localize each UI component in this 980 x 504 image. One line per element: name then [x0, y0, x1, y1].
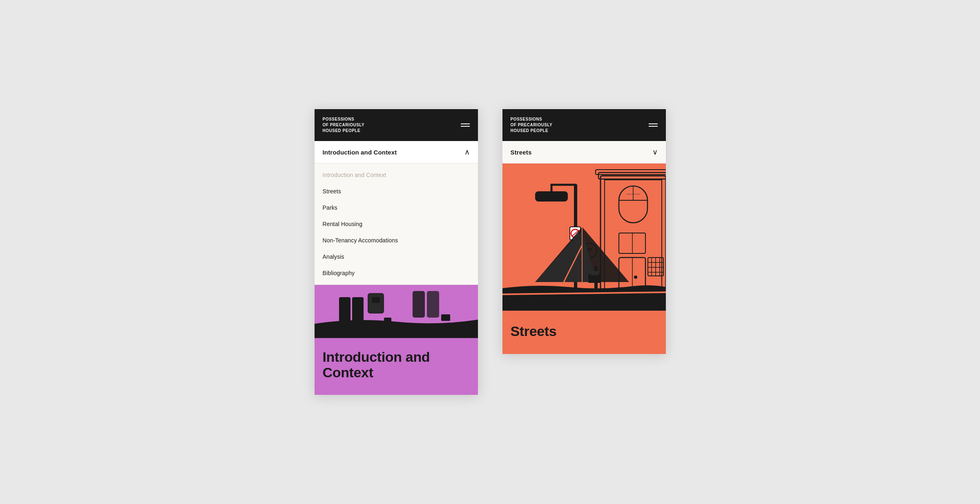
svg-rect-7	[427, 291, 439, 318]
right-section-title: Streets	[511, 324, 658, 339]
left-section-title: Introduction andContext	[323, 349, 470, 380]
phone-right: POSSESSIONS OF PRECARIOUSLY HOUSED PEOPL…	[502, 109, 666, 354]
svg-rect-1	[339, 297, 350, 322]
left-nav-active-label: Introduction and Context	[323, 149, 397, 156]
nav-item-rental-housing[interactable]: Rental Housing	[315, 216, 478, 232]
svg-rect-2	[352, 297, 364, 322]
left-illustration-svg	[315, 285, 478, 338]
left-hamburger-menu[interactable]	[461, 123, 470, 127]
left-nav-dropdown: Introduction and Context ∧ Introduction …	[315, 141, 478, 285]
right-nav-header-row[interactable]: Streets ∨	[502, 141, 666, 164]
right-text-section: Streets	[502, 312, 666, 354]
left-app-title: POSSESSIONS OF PRECARIOUSLY HOUSED PEOPL…	[323, 116, 365, 134]
left-text-section: Introduction andContext	[315, 338, 478, 395]
nav-item-bibliography[interactable]: Bibliography	[315, 265, 478, 281]
nav-item-intro-context-sub[interactable]: Introduction and Context	[315, 167, 478, 183]
svg-rect-27	[535, 191, 568, 202]
left-nav-header-row[interactable]: Introduction and Context ∧	[315, 141, 478, 164]
right-phone-header: POSSESSIONS OF PRECARIOUSLY HOUSED PEOPL…	[502, 109, 666, 141]
nav-item-non-tenancy[interactable]: Non-Tenancy Accomodations	[315, 232, 478, 249]
left-phone-header: POSSESSIONS OF PRECARIOUSLY HOUSED PEOPL…	[315, 109, 478, 141]
svg-rect-6	[413, 291, 425, 318]
nav-item-parks[interactable]: Parks	[315, 199, 478, 216]
left-nav-items: Introduction and Context Streets Parks R…	[315, 164, 478, 284]
right-chevron-down-icon: ∨	[652, 148, 658, 156]
right-app-title: POSSESSIONS OF PRECARIOUSLY HOUSED PEOPL…	[511, 116, 553, 134]
left-chevron-up-icon: ∧	[464, 148, 470, 156]
phones-container: POSSESSIONS OF PRECARIOUSLY HOUSED PEOPL…	[315, 109, 666, 395]
right-nav-active-label: Streets	[511, 149, 532, 156]
right-illustration: P	[502, 164, 666, 312]
svg-rect-9	[441, 314, 450, 321]
left-illustration	[315, 285, 478, 338]
svg-rect-4	[368, 294, 383, 313]
right-illustration-svg: P	[502, 164, 666, 311]
phone-left: POSSESSIONS OF PRECARIOUSLY HOUSED PEOPL…	[315, 109, 478, 395]
svg-rect-38	[588, 274, 601, 283]
right-hamburger-menu[interactable]	[649, 123, 658, 127]
svg-rect-39	[590, 271, 598, 275]
nav-item-analysis[interactable]: Analysis	[315, 249, 478, 265]
nav-item-streets[interactable]: Streets	[315, 183, 478, 199]
svg-rect-8	[384, 318, 391, 323]
svg-rect-5	[372, 297, 380, 303]
svg-point-19	[634, 276, 637, 279]
